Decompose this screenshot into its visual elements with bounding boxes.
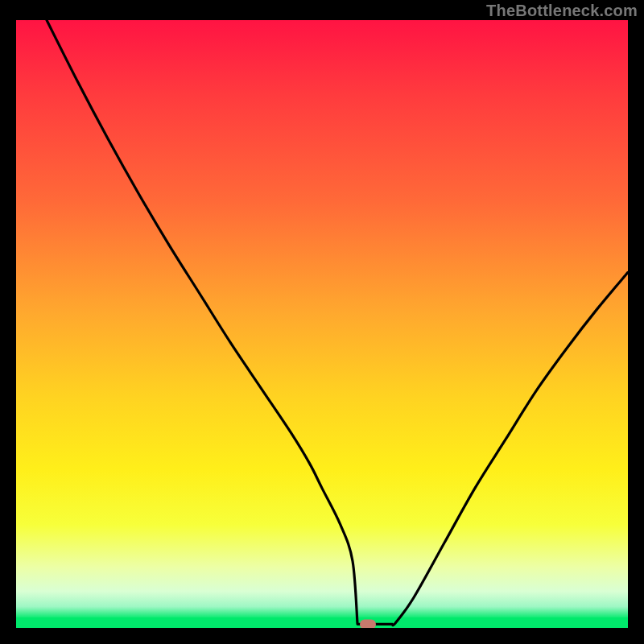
optimum-marker <box>360 619 376 628</box>
watermark-text: TheBottleneck.com <box>486 2 638 20</box>
chart-frame: TheBottleneck.com <box>0 0 644 644</box>
plot-area <box>16 20 628 628</box>
green-band <box>16 617 628 628</box>
bottleneck-chart <box>16 20 628 628</box>
gradient-background <box>16 20 628 628</box>
